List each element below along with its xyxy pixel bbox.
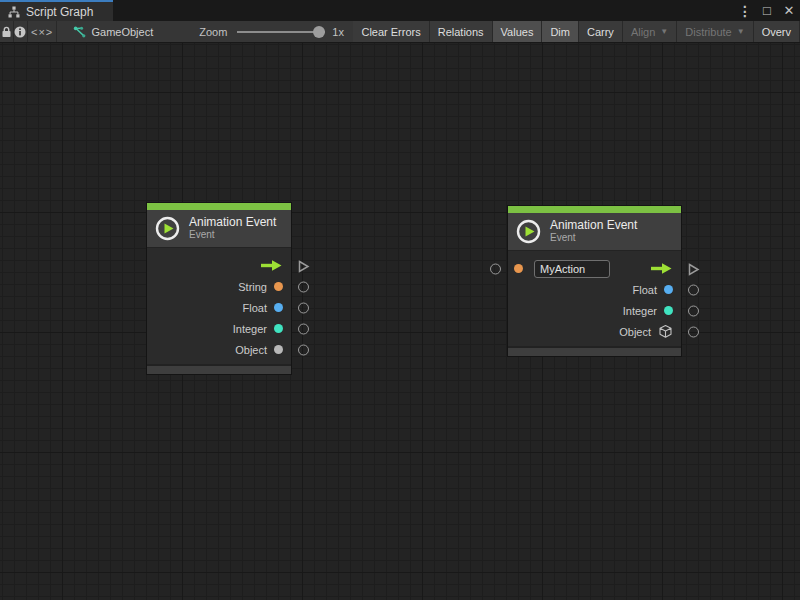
graph-canvas[interactable]: Animation Event Event Strin: [0, 43, 800, 600]
node-subtitle: Event: [550, 232, 637, 244]
node-subtitle: Event: [189, 229, 276, 241]
toolbar: <×> GameObject Zoom 1x Clear Errors Rela…: [0, 21, 800, 43]
titlebar: Script Graph ⋮ □ ✕: [0, 0, 800, 21]
object-output-port[interactable]: [688, 326, 699, 337]
node-footer: [508, 346, 681, 356]
output-row-object: Object: [508, 321, 681, 342]
zoom-control: Zoom 1x: [199, 21, 344, 42]
node-animation-event-2[interactable]: Animation Event Event: [507, 205, 682, 357]
port-label: String: [238, 281, 267, 293]
flow-output-port[interactable]: [687, 263, 699, 275]
float-output-port[interactable]: [688, 284, 699, 295]
output-row-integer: Integer: [147, 318, 291, 339]
integer-output-port[interactable]: [298, 323, 309, 334]
lock-icon: [1, 26, 12, 38]
info-button[interactable]: [14, 21, 28, 42]
string-output-port[interactable]: [298, 281, 309, 292]
overview-button[interactable]: Overv: [754, 21, 800, 42]
name-input-port[interactable]: [490, 263, 501, 274]
node-body: String Float Integer Object: [147, 248, 291, 364]
angle-brackets-icon: <×>: [31, 26, 53, 38]
lock-button[interactable]: [0, 21, 14, 42]
script-graph-icon: [73, 26, 86, 38]
flow-arrow-icon: [259, 259, 283, 272]
clear-errors-button[interactable]: Clear Errors: [353, 21, 429, 42]
carry-toggle[interactable]: Carry: [579, 21, 623, 42]
integer-type-dot: [274, 324, 283, 333]
integer-type-dot: [664, 306, 673, 315]
maximize-icon[interactable]: □: [758, 2, 776, 20]
integer-output-port[interactable]: [688, 305, 699, 316]
flow-output-port[interactable]: [297, 260, 309, 272]
node-footer: [147, 364, 291, 374]
port-label: Float: [633, 284, 657, 296]
node-title: Animation Event: [550, 218, 637, 232]
output-row-object: Object: [147, 339, 291, 360]
distribute-dropdown: Distribute ▼: [677, 21, 753, 42]
node-accent-bar: [508, 206, 681, 213]
chevron-down-icon: ▼: [660, 27, 668, 36]
values-toggle[interactable]: Values: [493, 21, 543, 42]
float-type-dot: [274, 303, 283, 312]
relations-button[interactable]: Relations: [430, 21, 493, 42]
output-row-float: Float: [508, 279, 681, 300]
node-animation-event-1[interactable]: Animation Event Event Strin: [146, 202, 292, 375]
zoom-value: 1x: [332, 26, 344, 38]
output-row-float: Float: [147, 297, 291, 318]
flow-arrow-icon: [649, 262, 673, 275]
kebab-menu-icon[interactable]: ⋮: [736, 2, 754, 20]
string-type-dot: [514, 264, 523, 273]
port-label: Object: [235, 344, 267, 356]
port-label: Float: [243, 302, 267, 314]
zoom-to-fit-button[interactable]: <×>: [28, 21, 58, 42]
port-label: Object: [619, 326, 651, 338]
node-header[interactable]: Animation Event Event: [508, 213, 681, 251]
node-title: Animation Event: [189, 215, 276, 229]
output-row-integer: Integer: [508, 300, 681, 321]
event-name-input[interactable]: [534, 260, 610, 278]
tab-script-graph[interactable]: Script Graph: [0, 0, 113, 21]
info-icon: [14, 26, 26, 38]
node-body: Float Integer Object: [508, 251, 681, 346]
object-type-dot: [274, 345, 283, 354]
string-type-dot: [274, 282, 283, 291]
chevron-down-icon: ▼: [737, 27, 745, 36]
flow-output-row: [147, 255, 291, 276]
tab-label: Script Graph: [26, 5, 93, 19]
cube-icon: [658, 324, 673, 339]
port-label: Integer: [233, 323, 267, 335]
graph-icon: [8, 6, 20, 18]
dim-toggle[interactable]: Dim: [542, 21, 579, 42]
align-dropdown: Align ▼: [623, 21, 677, 42]
object-output-port[interactable]: [298, 344, 309, 355]
close-icon[interactable]: ✕: [780, 2, 798, 20]
name-input-row: [508, 258, 681, 279]
float-type-dot: [664, 285, 673, 294]
event-play-icon: [515, 218, 542, 245]
float-output-port[interactable]: [298, 302, 309, 313]
output-row-string: String: [147, 276, 291, 297]
zoom-slider-handle[interactable]: [313, 26, 325, 38]
node-accent-bar: [147, 203, 291, 210]
event-play-icon: [154, 215, 181, 242]
port-label: Integer: [623, 305, 657, 317]
node-header[interactable]: Animation Event Event: [147, 210, 291, 248]
gameobject-label: GameObject: [91, 26, 153, 38]
zoom-slider[interactable]: [237, 31, 325, 33]
graph-owner[interactable]: GameObject: [73, 21, 153, 42]
zoom-label: Zoom: [199, 26, 227, 38]
